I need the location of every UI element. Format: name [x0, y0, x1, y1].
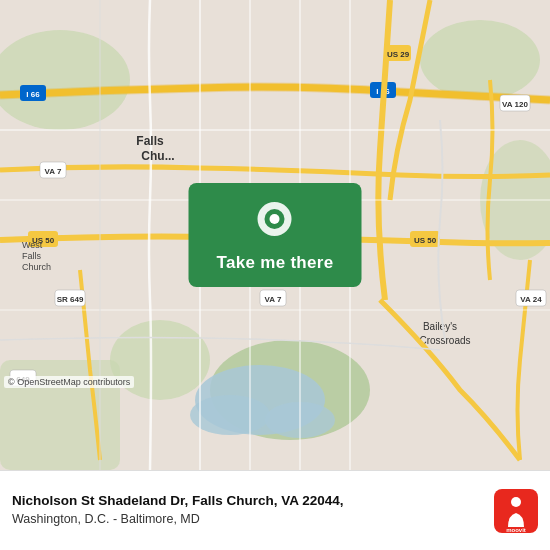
bottom-bar: Nicholson St Shadeland Dr, Falls Church,…	[0, 470, 550, 550]
address-block: Nicholson St Shadeland Dr, Falls Church,…	[12, 492, 484, 528]
svg-text:Chu...: Chu...	[141, 149, 174, 163]
svg-text:US 29: US 29	[387, 50, 410, 59]
take-me-there-button[interactable]: Take me there	[217, 253, 334, 273]
moovit-icon: moovit	[494, 489, 538, 533]
svg-point-8	[190, 395, 270, 435]
svg-text:Church: Church	[22, 262, 51, 272]
svg-text:Bailey's: Bailey's	[423, 321, 457, 332]
svg-text:VA 120: VA 120	[502, 100, 528, 109]
svg-text:SR 649: SR 649	[57, 295, 84, 304]
svg-text:US 50: US 50	[414, 236, 437, 245]
svg-point-4	[110, 320, 210, 400]
address-line1: Nicholson St Shadeland Dr, Falls Church,…	[12, 492, 484, 511]
button-overlay: Take me there	[189, 183, 362, 287]
svg-text:West: West	[22, 240, 43, 250]
take-me-there-card[interactable]: Take me there	[189, 183, 362, 287]
moovit-logo[interactable]: moovit	[494, 489, 538, 533]
svg-text:I 66: I 66	[26, 90, 40, 99]
svg-point-43	[511, 497, 521, 507]
map-pin-icon	[257, 201, 293, 245]
address-line2: Washington, D.C. - Baltimore, MD	[12, 511, 484, 529]
svg-point-2	[420, 20, 540, 100]
svg-text:VA 24: VA 24	[520, 295, 542, 304]
svg-text:Falls: Falls	[136, 134, 164, 148]
svg-text:moovit: moovit	[506, 527, 526, 533]
copyright-notice: © OpenStreetMap contributors	[4, 376, 134, 388]
svg-text:VA 7: VA 7	[45, 167, 62, 176]
svg-text:Falls: Falls	[22, 251, 42, 261]
svg-text:VA 7: VA 7	[265, 295, 282, 304]
svg-point-41	[270, 214, 280, 224]
map-container: I 66 I 66 US 29 VA 7 VA 7 US 50 US 50 SR…	[0, 0, 550, 470]
